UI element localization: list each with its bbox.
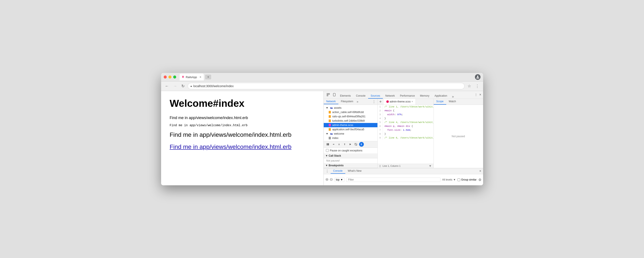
line-number: 8 — [378, 132, 383, 136]
tree-file-turbolinks[interactable]: turbolinks.self-2db6ec539b9 — [324, 119, 378, 123]
tab-whats-new[interactable]: What's New — [345, 168, 364, 174]
tree-file-index[interactable]: index — [324, 136, 378, 140]
refresh-button[interactable]: ↻ — [180, 83, 186, 89]
close-window-button[interactable] — [164, 76, 167, 78]
step-over-button[interactable] — [331, 142, 336, 147]
tab-console[interactable]: Console — [354, 94, 368, 98]
address-bar: ← → ↻ ● localhost:3000/welcome/index ☆ ⋮ — [161, 82, 483, 91]
collapse-icon: ▼ — [326, 132, 329, 136]
call-stack-header[interactable]: ▼ Call Stack — [324, 154, 378, 158]
tree-assets-folder[interactable]: ▼ assets — [324, 106, 378, 110]
step-into-button[interactable] — [337, 142, 342, 147]
devtools-close-button[interactable]: × — [479, 93, 481, 97]
devtools-toolbar: Elements Console Sources Network Perform… — [324, 91, 483, 99]
line-number: 5 — [378, 120, 383, 124]
deactivate-button[interactable] — [354, 142, 358, 147]
page-heading: Welcome#index — [170, 98, 315, 109]
editor-tab-label: admin-theme.scss — [390, 100, 411, 103]
more-options-button[interactable]: ⋮ — [474, 83, 480, 89]
tab-network-fs[interactable]: Network — [324, 99, 338, 104]
console-target-select[interactable]: top ▼ — [334, 178, 345, 182]
console-body: top ▼ All levels ▼ Group similar ⚙ — [324, 174, 483, 185]
pause-exceptions-checkbox[interactable] — [326, 149, 329, 152]
tab-sources[interactable]: Sources — [368, 94, 383, 98]
minimize-window-button[interactable] — [168, 76, 172, 78]
tree-file-application[interactable]: application.self-0ecff34aca5 — [324, 127, 378, 132]
target-dropdown-icon: ▼ — [340, 178, 343, 181]
line-number: 7 — [378, 128, 383, 132]
inspect-element-button[interactable] — [326, 92, 331, 98]
pause-async-button[interactable]: II — [359, 142, 364, 147]
device-toolbar-button[interactable] — [332, 92, 337, 98]
svg-rect-12 — [328, 143, 329, 146]
tab-console-bottom[interactable]: Console — [331, 168, 345, 174]
console-settings-button[interactable]: ⚙ — [478, 178, 482, 182]
scss-dot-icon — [386, 100, 389, 103]
new-tab-button[interactable]: + — [205, 75, 211, 80]
console-filter-input[interactable] — [346, 178, 440, 182]
svg-rect-2 — [328, 94, 330, 94]
file-icon — [328, 128, 332, 131]
url-bar[interactable]: ● localhost:3000/welcome/index — [188, 83, 464, 89]
editor-tab-close-button[interactable]: × — [412, 100, 413, 103]
console-clear-button[interactable] — [326, 178, 328, 182]
tab-memory[interactable]: Memory — [417, 94, 432, 98]
console-close-button[interactable]: × — [478, 169, 483, 173]
right-panel-content: Not paused — [434, 105, 483, 168]
group-similar-checkbox[interactable] — [458, 178, 460, 181]
browser-tab-active[interactable]: R RailsApp × — [180, 74, 204, 80]
code-editor[interactable]: 1 /* line 1, /Users/tbnse/work/uikit_cus… — [378, 105, 434, 164]
svg-rect-8 — [329, 124, 331, 126]
bookmark-button[interactable]: ☆ — [466, 83, 472, 89]
back-button[interactable]: ← — [164, 84, 170, 89]
file-icon — [328, 110, 332, 114]
tree-welcome-folder[interactable]: ▼ welcome — [324, 132, 378, 136]
page-link[interactable]: Find me in app/views/welcome/index.html.… — [170, 144, 315, 150]
code-line-5: 5 /* line 4, /Users/tbnse/work/uikit_cus… — [378, 120, 434, 124]
maximize-window-button[interactable] — [173, 76, 176, 78]
devtools-panel: Elements Console Sources Network Perform… — [324, 91, 483, 185]
svg-rect-0 — [327, 94, 328, 94]
line-content: #main { — [384, 109, 394, 112]
file-rails-ujs-label: rails-ujs.self-8944eaf3f9a261 — [332, 115, 366, 118]
line-content: } — [384, 116, 386, 120]
tab-network[interactable]: Network — [383, 94, 398, 98]
code-line-1: 1 /* line 1, /Users/tbnse/work/uikit_cus… — [378, 105, 434, 109]
svg-rect-1 — [327, 95, 328, 96]
status-collapse-button[interactable]: ▼ — [429, 164, 432, 168]
resume-button[interactable] — [348, 142, 353, 147]
tree-file-admin-theme[interactable]: admin-theme.scss — [324, 123, 378, 127]
devtools-tabs-more[interactable]: » — [450, 95, 456, 98]
console-tab-more[interactable]: ⋮ — [324, 169, 331, 173]
folder-icon — [330, 132, 333, 136]
editor-back-button[interactable] — [378, 99, 384, 105]
sources-left-more[interactable]: » — [356, 100, 359, 103]
console-levels-button[interactable]: All levels ▼ — [442, 178, 456, 181]
tree-file-action-cable[interactable]: action_cable.self-69fddfcdd — [324, 110, 378, 114]
main-area: Welcome#index Find me in app/views/welco… — [161, 91, 483, 185]
tab-elements[interactable]: Elements — [338, 94, 354, 98]
forward-button[interactable]: → — [172, 84, 178, 89]
file-application-label: application.self-0ecff34aca5 — [332, 128, 364, 131]
tab-performance[interactable]: Performance — [398, 94, 418, 98]
group-similar-text: Group similar — [461, 178, 476, 181]
console-filter-button[interactable] — [330, 178, 333, 182]
breakpoints-header[interactable]: ▼ Breakpoints — [324, 163, 378, 168]
tab-application[interactable]: Application — [432, 94, 450, 98]
tab-filesystem[interactable]: Filesystem — [338, 99, 356, 104]
file-turbolinks-label: turbolinks.self-2db6ec539b9 — [332, 119, 365, 122]
account-icon[interactable] — [475, 74, 480, 80]
step-out-button[interactable] — [342, 142, 347, 147]
call-stack-content: Not paused — [324, 158, 378, 163]
tab-close-button[interactable]: × — [200, 75, 201, 79]
tree-file-rails-ujs[interactable]: rails-ujs.self-8944eaf3f9a261 — [324, 114, 378, 119]
tab-scope[interactable]: Scope — [434, 99, 446, 104]
editor-status-bar: {} Line 1, Column 1 ▼ — [378, 164, 434, 168]
code-line-7: 7 font-size: 1.5em; — [378, 128, 434, 132]
sources-options-button[interactable]: ⋮ — [370, 100, 378, 104]
devtools-settings-button[interactable]: ⋮ — [473, 92, 479, 98]
pause-button[interactable] — [326, 142, 330, 147]
editor-tab-admin-theme[interactable]: admin-theme.scss × — [384, 99, 416, 105]
line-content: #main p, #main div { — [384, 124, 413, 128]
tab-watch[interactable]: Watch — [446, 99, 459, 104]
